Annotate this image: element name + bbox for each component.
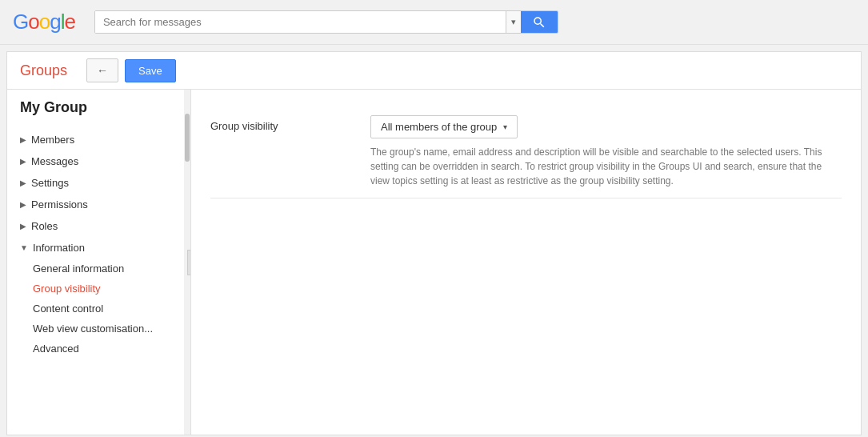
expand-arrow-members: ▶ (20, 135, 26, 144)
app-header: Google ▾ (0, 0, 868, 45)
expand-arrow-messages: ▶ (20, 157, 26, 166)
toolbar: Groups ← Save (7, 52, 861, 90)
main-container: Groups ← Save My Group ▶ Members ▶ Messa… (6, 51, 862, 435)
google-logo: Google (13, 10, 75, 34)
visibility-dropdown[interactable]: All members of the group ▾ (370, 115, 518, 138)
expand-arrow-settings: ▶ (20, 178, 26, 187)
sidebar-subitem-group-visibility[interactable]: Group visibility (7, 279, 190, 299)
sidebar-item-label-information: Information (33, 242, 85, 254)
group-visibility-label: Group visibility (210, 115, 370, 132)
back-button[interactable]: ← (86, 58, 118, 82)
sidebar-subitem-label-web-view: Web view customisation... (33, 323, 153, 335)
sidebar-item-messages[interactable]: ▶ Messages (7, 150, 190, 172)
group-name: My Group (7, 99, 190, 129)
sidebar-subitem-advanced[interactable]: Advanced (7, 339, 190, 359)
expand-arrow-permissions: ▶ (20, 200, 26, 209)
sidebar-subitem-content-control[interactable]: Content control (7, 299, 190, 319)
visibility-description: The group's name, email address and desc… (370, 145, 842, 188)
groups-title: Groups (20, 62, 67, 79)
sidebar: My Group ▶ Members ▶ Messages ▶ Settings… (7, 90, 191, 435)
dropdown-caret: ▾ (503, 122, 507, 131)
sidebar-item-settings[interactable]: ▶ Settings (7, 172, 190, 194)
search-dropdown-button[interactable]: ▾ (506, 11, 521, 33)
group-visibility-value: All members of the group ▾ The group's n… (370, 115, 842, 188)
sidebar-item-members[interactable]: ▶ Members (7, 129, 190, 150)
group-visibility-row: Group visibility All members of the grou… (210, 106, 842, 198)
main-content: Group visibility All members of the grou… (191, 90, 861, 435)
sidebar-subitem-web-view[interactable]: Web view customisation... (7, 319, 190, 339)
sidebar-item-label-settings: Settings (31, 177, 69, 189)
sidebar-item-label-permissions: Permissions (31, 198, 88, 210)
sidebar-item-information[interactable]: ▼ Information (7, 237, 190, 259)
expand-arrow-information: ▼ (20, 243, 28, 252)
sidebar-item-label-messages: Messages (31, 155, 78, 167)
sidebar-scroll-thumb (185, 114, 190, 162)
sidebar-subitem-label-general-information: General information (33, 263, 124, 275)
sidebar-subitem-label-group-visibility: Group visibility (33, 283, 101, 295)
sidebar-item-label-roles: Roles (31, 220, 58, 232)
sidebar-subitem-general-information[interactable]: General information (7, 259, 190, 279)
expand-arrow-roles: ▶ (20, 222, 26, 231)
search-bar: ▾ (94, 10, 558, 34)
sidebar-subitem-label-advanced: Advanced (33, 343, 79, 355)
visibility-dropdown-label: All members of the group (381, 121, 497, 133)
search-icon (532, 15, 546, 30)
search-button[interactable] (521, 11, 558, 33)
sidebar-item-label-members: Members (31, 134, 74, 146)
sidebar-item-permissions[interactable]: ▶ Permissions (7, 194, 190, 215)
sidebar-collapse-button[interactable]: ◀ (187, 250, 191, 275)
search-input[interactable] (95, 11, 506, 33)
sidebar-subitem-label-content-control: Content control (33, 303, 103, 315)
save-button[interactable]: Save (125, 59, 176, 82)
sidebar-item-roles[interactable]: ▶ Roles (7, 215, 190, 237)
content-area: My Group ▶ Members ▶ Messages ▶ Settings… (7, 90, 861, 435)
